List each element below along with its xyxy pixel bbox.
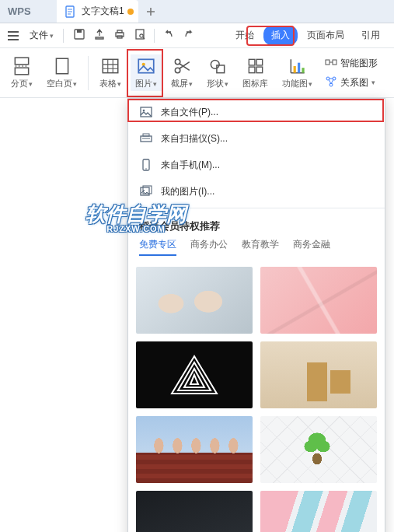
category-business-office[interactable]: 商务办公	[190, 238, 228, 256]
quick-access-toolbar	[73, 28, 195, 43]
preview-icon[interactable]	[134, 28, 146, 43]
menu-from-phone-label: 来自手机(M)...	[161, 159, 220, 172]
thumbnail-plant-puzzle[interactable]	[260, 416, 377, 483]
svg-rect-19	[256, 59, 263, 65]
app-logo: WPS	[0, 0, 57, 23]
relation-icon	[325, 75, 337, 90]
svg-rect-33	[143, 134, 149, 136]
menu-from-scanner[interactable]: 来自扫描仪(S)...	[128, 125, 385, 152]
function-figure-button[interactable]: 功能图▾	[277, 54, 317, 91]
table-icon	[100, 56, 120, 76]
document-tab[interactable]: 文字文稿1	[57, 0, 138, 23]
svg-point-16	[211, 60, 219, 68]
document-icon	[65, 5, 77, 18]
ribbon: 分页▾ 空白页▾ 表格▾ 图片▾ 截屏▾ 形状▾ 图标库 功能图▾ 智能图形 关…	[0, 48, 394, 98]
category-free[interactable]: 免费专区	[139, 238, 176, 256]
relation-chart-button[interactable]: 关系图▾	[325, 75, 378, 90]
shape-icon	[207, 56, 228, 76]
tab-insert[interactable]: 插入	[263, 26, 298, 45]
svg-rect-26	[333, 60, 336, 65]
icon-library-icon	[246, 56, 266, 76]
thumbnail-business-people[interactable]	[260, 341, 377, 408]
picture-button[interactable]: 图片▾	[131, 54, 162, 91]
undo-icon[interactable]	[162, 28, 175, 43]
svg-point-31	[143, 110, 145, 112]
menu-from-file-label: 来自文件(P)...	[161, 106, 218, 119]
svg-rect-2	[77, 30, 82, 33]
svg-rect-9	[15, 68, 28, 75]
blank-page-icon	[52, 56, 72, 76]
svg-rect-24	[302, 68, 304, 73]
chevron-down-icon: ▾	[50, 32, 54, 40]
menu-my-pictures[interactable]: 我的图片(I)...	[128, 178, 385, 205]
icon-library-button[interactable]: 图标库	[238, 54, 273, 91]
thumbnail-popsicles[interactable]	[260, 491, 377, 532]
svg-point-7	[140, 34, 143, 37]
new-tab-button[interactable]	[138, 0, 163, 23]
svg-rect-12	[138, 59, 154, 72]
svg-rect-22	[293, 66, 295, 73]
image-file-icon	[139, 105, 153, 119]
tab-start[interactable]: 开始	[228, 26, 262, 45]
thumbnail-thumbs-up[interactable]	[136, 416, 253, 483]
svg-rect-11	[103, 59, 118, 72]
scissors-icon	[172, 56, 192, 76]
thumbnail-triangles[interactable]	[136, 341, 253, 408]
hamburger-icon[interactable]	[6, 26, 20, 45]
chart-icon	[288, 56, 308, 76]
title-bar: WPS 文字文稿1	[0, 0, 394, 23]
svg-rect-10	[56, 58, 68, 74]
thumbnail-hands[interactable]	[136, 267, 253, 334]
svg-rect-17	[217, 65, 225, 73]
tab-references[interactable]: 引用	[354, 26, 388, 45]
redo-icon[interactable]	[183, 28, 195, 43]
thumbnail-grid: MODERN	[128, 262, 385, 532]
thumbnail-modern[interactable]: MODERN	[136, 491, 253, 532]
scanner-icon	[139, 131, 153, 145]
svg-rect-23	[298, 63, 300, 73]
separator	[63, 29, 64, 43]
picture-icon	[136, 56, 156, 76]
print-icon[interactable]	[113, 28, 126, 43]
paging-button[interactable]: 分页▾	[6, 54, 37, 91]
recommendation-title: 稻壳会员特权推荐	[128, 212, 385, 238]
svg-point-35	[145, 168, 147, 170]
menu-bar: 文件 ▾ 开始 插入 页面布局 引用	[0, 23, 394, 48]
svg-rect-25	[326, 60, 329, 65]
menu-from-phone[interactable]: 来自手机(M)...	[128, 152, 385, 178]
phone-icon	[139, 158, 153, 172]
smart-shape-button[interactable]: 智能图形	[325, 56, 378, 71]
screenshot-button[interactable]: 截屏▾	[166, 54, 197, 91]
gallery-icon	[139, 184, 153, 198]
shape-button[interactable]: 形状▾	[202, 54, 233, 91]
table-button[interactable]: 表格▾	[95, 54, 126, 91]
ribbon-tabs: 开始 插入 页面布局 引用	[228, 26, 388, 45]
menu-my-pictures-label: 我的图片(I)...	[161, 185, 214, 198]
menu-from-scanner-label: 来自扫描仪(S)...	[161, 132, 228, 145]
blank-page-button[interactable]: 空白页▾	[42, 54, 82, 91]
tab-page-layout[interactable]: 页面布局	[299, 26, 352, 45]
file-menu[interactable]: 文件 ▾	[30, 29, 54, 42]
menu-from-file[interactable]: 来自文件(P)...	[128, 99, 385, 125]
smart-shape-icon	[325, 56, 337, 71]
modified-indicator-icon	[127, 9, 134, 15]
save-icon[interactable]	[73, 28, 85, 43]
export-icon[interactable]	[93, 28, 106, 43]
category-business-finance[interactable]: 商务金融	[293, 238, 330, 256]
separator	[88, 56, 89, 90]
page-break-icon	[12, 56, 32, 76]
smart-shape-label: 智能图形	[340, 57, 378, 70]
document-title: 文字文稿1	[82, 5, 124, 18]
svg-rect-4	[117, 30, 122, 33]
relation-chart-label: 关系图	[340, 76, 368, 89]
svg-rect-18	[249, 59, 255, 65]
menu-separator	[128, 208, 385, 208]
category-education[interactable]: 教育教学	[242, 238, 279, 256]
category-row: 免费专区 商务办公 教育教学 商务金融	[128, 238, 385, 262]
svg-rect-8	[15, 58, 28, 65]
picture-dropdown: 来自文件(P)... 来自扫描仪(S)... 来自手机(M)... 我的图片(I…	[127, 98, 385, 532]
svg-rect-20	[249, 67, 255, 73]
thumbnail-pink-polygon[interactable]	[260, 267, 377, 334]
svg-rect-21	[256, 67, 263, 73]
file-menu-label: 文件	[30, 29, 48, 42]
